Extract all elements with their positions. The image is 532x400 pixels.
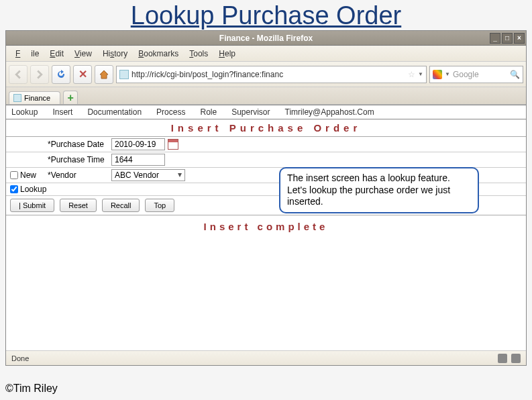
stop-icon: ✕ (78, 68, 87, 81)
app-menu-supervisor[interactable]: Supervisor (231, 107, 270, 117)
forward-button[interactable] (30, 65, 49, 84)
browser-menubar: File Edit View History Bookmarks Tools H… (6, 46, 526, 62)
browser-statusbar: Done (6, 350, 526, 365)
reload-button[interactable] (52, 65, 70, 84)
app-menubar: Lookup Insert Documentation Process Role… (6, 105, 526, 119)
statusbar-icon-1[interactable] (498, 354, 507, 363)
plus-icon: + (67, 92, 73, 104)
vendor-dropdown[interactable]: ABC Vendor (111, 169, 185, 181)
url-text: http://rick/cgi-bin/post_login?finance:f… (131, 70, 283, 79)
app-content: Lookup Insert Documentation Process Role… (6, 105, 526, 350)
back-arrow-icon (13, 70, 23, 79)
search-box[interactable]: ▼ Google 🔍 (429, 66, 523, 83)
search-magnify-icon[interactable]: 🔍 (510, 70, 520, 79)
maximize-button[interactable]: □ (502, 33, 513, 44)
forward-arrow-icon (35, 70, 44, 79)
window-title: Finance - Mozilla Firefox (219, 34, 313, 43)
lookup-checkbox[interactable] (10, 185, 18, 193)
app-menu-role[interactable]: Role (200, 107, 217, 117)
slide-title: Lookup Purchase Order (0, 0, 532, 30)
status-text: Done (11, 354, 29, 362)
status-message: Insert complete (6, 215, 526, 238)
app-menu-lookup[interactable]: Lookup (11, 107, 38, 117)
purchase-date-label: *Purchase Date (48, 140, 111, 149)
new-checkbox[interactable] (10, 171, 18, 179)
vendor-label: *Vendor (48, 170, 111, 180)
search-placeholder: Google (453, 70, 507, 79)
menu-file[interactable]: File (10, 49, 44, 58)
browser-toolbar: ✕ http://rick/cgi-bin/post_login?finance… (6, 62, 526, 87)
stop-button[interactable]: ✕ (73, 65, 92, 84)
tab-label: Finance (24, 94, 50, 102)
menu-view[interactable]: View (69, 49, 97, 58)
reset-button[interactable]: Reset (60, 199, 97, 212)
form-row-purchase-date: *Purchase Date 2010-09-19 (6, 137, 526, 152)
bookmark-star-icon[interactable]: ☆ (408, 70, 415, 79)
url-dropdown-icon[interactable]: ▼ (418, 71, 423, 77)
back-button[interactable] (9, 65, 28, 84)
url-bar[interactable]: http://rick/cgi-bin/post_login?finance:f… (116, 66, 427, 83)
app-menu-email[interactable]: Timriley@Appahost.Com (285, 107, 374, 117)
search-dropdown-icon[interactable]: ▼ (445, 71, 450, 77)
app-menu-process[interactable]: Process (156, 107, 185, 117)
google-icon (433, 70, 442, 79)
menu-tools[interactable]: Tools (184, 49, 213, 58)
purchase-time-label: *Purchase Time (48, 155, 111, 164)
app-menu-insert[interactable]: Insert (52, 107, 72, 117)
copyright-text: ©Tim Riley (5, 383, 58, 395)
recall-button[interactable]: Recall (102, 199, 140, 212)
window-titlebar: Finance - Mozilla Firefox _ □ × (6, 31, 526, 46)
reload-icon (56, 69, 66, 80)
statusbar-icon-2[interactable] (511, 354, 521, 363)
menu-history[interactable]: History (97, 49, 133, 58)
menu-edit[interactable]: Edit (44, 49, 69, 58)
close-button[interactable]: × (514, 33, 525, 44)
top-button[interactable]: Top (145, 199, 174, 212)
home-button[interactable] (95, 65, 113, 84)
callout-text: The insert screen has a lookup feature. … (287, 172, 450, 207)
annotation-callout: The insert screen has a lookup feature. … (279, 167, 479, 213)
purchase-time-input[interactable]: 1644 (111, 154, 165, 166)
url-favicon-icon (119, 70, 129, 79)
calendar-icon[interactable] (168, 139, 178, 150)
new-tab-button[interactable]: + (63, 91, 78, 104)
purchase-date-input[interactable]: 2010-09-19 (111, 138, 165, 150)
menu-bookmarks[interactable]: Bookmarks (133, 49, 184, 58)
content-blank-area (6, 238, 526, 350)
app-banner: Insert Purchase Order (6, 119, 526, 137)
menu-help[interactable]: Help (213, 49, 241, 58)
form-row-purchase-time: *Purchase Time 1644 (6, 152, 526, 168)
tab-favicon-icon (13, 94, 21, 102)
submit-button[interactable]: | Submit (10, 199, 54, 212)
tab-finance[interactable]: Finance (9, 91, 60, 104)
home-icon (99, 69, 109, 80)
app-menu-documentation[interactable]: Documentation (87, 107, 142, 117)
tab-bar: Finance + (6, 87, 526, 105)
minimize-button[interactable]: _ (490, 33, 500, 44)
new-checkbox-label: New (20, 170, 36, 180)
lookup-checkbox-label: Lookup (20, 185, 46, 194)
